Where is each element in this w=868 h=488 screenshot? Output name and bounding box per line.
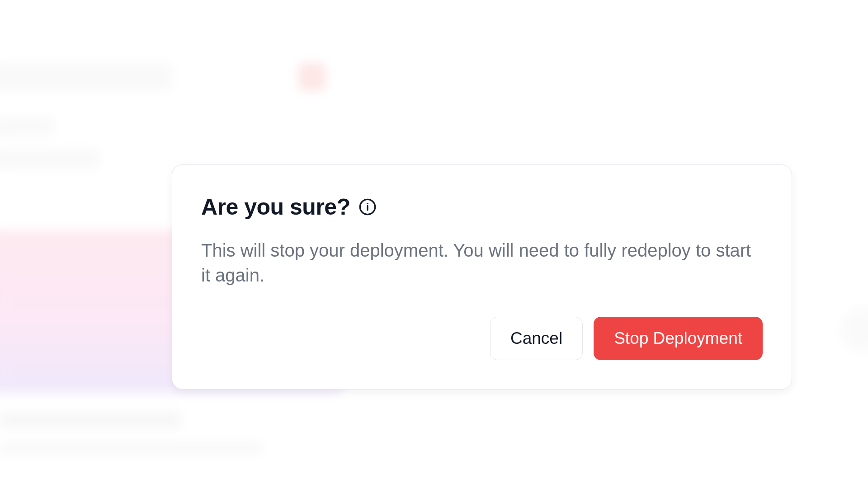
modal-header: Are you sure?: [201, 194, 763, 220]
modal-actions: Cancel Stop Deployment: [201, 317, 763, 360]
confirm-modal: Are you sure? This will stop your deploy…: [172, 164, 792, 389]
cancel-button[interactable]: Cancel: [490, 317, 583, 360]
svg-point-2: [367, 203, 368, 205]
modal-message: This will stop your deployment. You will…: [201, 238, 762, 288]
stop-deployment-button[interactable]: Stop Deployment: [594, 317, 763, 360]
modal-title: Are you sure?: [201, 194, 350, 220]
info-icon[interactable]: [359, 198, 377, 216]
